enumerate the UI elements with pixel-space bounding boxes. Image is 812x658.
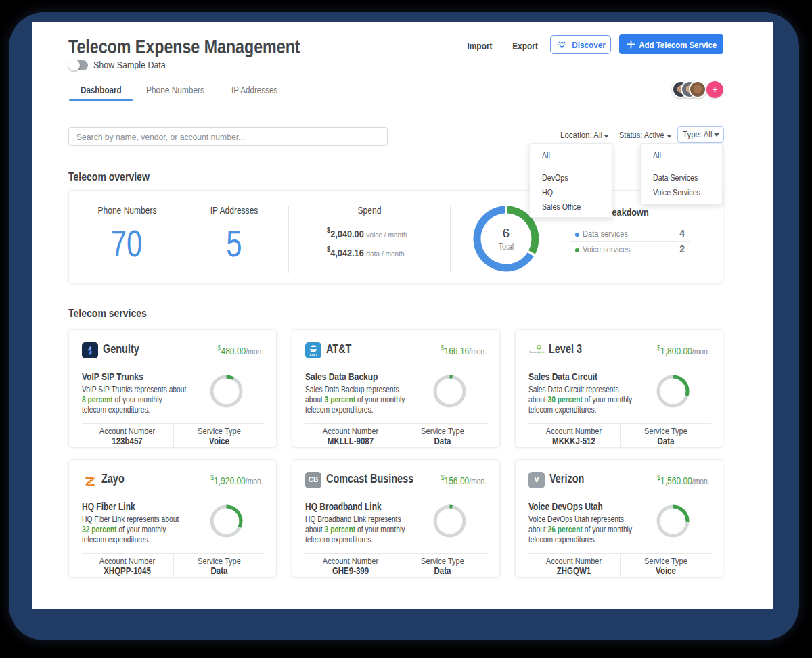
svg-text:CenturyLink: CenturyLink — [529, 351, 545, 354]
svg-text:AT&T: AT&T — [309, 354, 317, 357]
